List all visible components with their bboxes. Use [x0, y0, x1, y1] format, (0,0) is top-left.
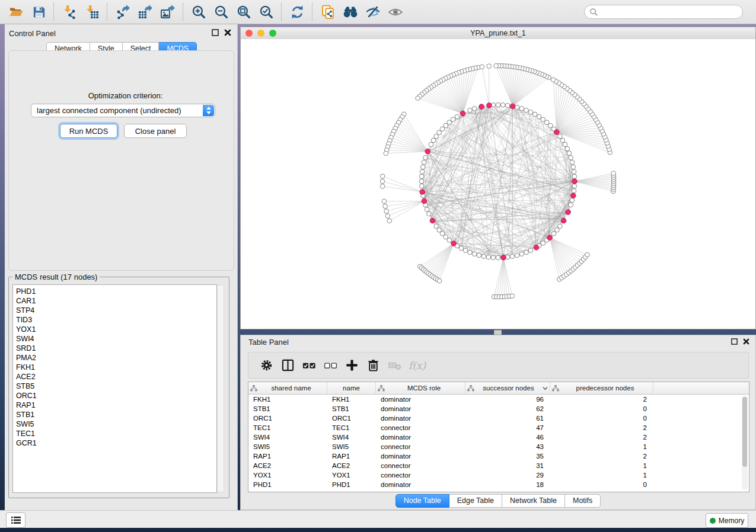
- mcds-hub-node[interactable]: [510, 104, 515, 109]
- ring-node[interactable]: [555, 227, 560, 232]
- refresh-icon[interactable]: [287, 2, 307, 21]
- ring-node[interactable]: [505, 103, 510, 108]
- network-canvas[interactable]: [241, 39, 755, 329]
- mcds-hub-node[interactable]: [420, 190, 425, 195]
- table-row[interactable]: SWI4SWI4dominator462: [248, 432, 749, 442]
- deselect-all-icon[interactable]: [320, 355, 341, 376]
- ring-node[interactable]: [463, 248, 468, 253]
- ring-node[interactable]: [425, 207, 429, 212]
- mcds-hub-node[interactable]: [425, 149, 430, 154]
- add-icon[interactable]: [341, 355, 362, 376]
- table-cell[interactable]: PHD1: [327, 480, 376, 489]
- export-network-icon[interactable]: [113, 2, 133, 21]
- mcds-result-item[interactable]: RAP1: [16, 400, 216, 410]
- table-cell[interactable]: STB1: [248, 404, 327, 414]
- mcds-result-item[interactable]: FKH1: [16, 363, 216, 372]
- mcds-result-item[interactable]: CAR1: [16, 296, 216, 306]
- mcds-hub-node[interactable]: [479, 104, 484, 110]
- table-cell[interactable]: 2: [550, 395, 653, 404]
- ring-node[interactable]: [524, 250, 529, 255]
- ring-node[interactable]: [558, 224, 563, 229]
- table-cell[interactable]: 29: [465, 470, 550, 480]
- ring-node[interactable]: [541, 241, 546, 246]
- table-cell[interactable]: 0: [550, 480, 653, 489]
- ring-node[interactable]: [440, 127, 445, 132]
- mcds-result-item[interactable]: GCR1: [16, 438, 216, 448]
- tab-motifs[interactable]: Motifs: [565, 494, 601, 508]
- mcds-hub-node[interactable]: [561, 218, 566, 223]
- ring-node[interactable]: [420, 165, 425, 169]
- table-cell[interactable]: SWI4: [327, 432, 376, 442]
- mcds-result-item[interactable]: PMA2: [16, 353, 216, 363]
- ring-node[interactable]: [419, 184, 424, 188]
- mcds-result-item[interactable]: ACE2: [16, 372, 216, 382]
- leaf-node[interactable]: [611, 171, 616, 176]
- table-cell[interactable]: dominator: [376, 432, 465, 442]
- export-image-icon[interactable]: [158, 2, 178, 21]
- table-cell[interactable]: RAP1: [327, 451, 376, 461]
- search-input[interactable]: [601, 6, 742, 18]
- export-table-icon[interactable]: [135, 2, 155, 21]
- task-history-button[interactable]: [6, 512, 25, 528]
- table-cell[interactable]: ACE2: [248, 461, 327, 470]
- table-cell[interactable]: 2: [550, 432, 653, 442]
- ring-node[interactable]: [468, 250, 473, 255]
- mcds-list-scrollbar[interactable]: [217, 285, 224, 492]
- ring-node[interactable]: [431, 138, 436, 143]
- tab-network-table[interactable]: Network Table: [502, 494, 565, 508]
- zoom-in-icon[interactable]: [189, 2, 209, 21]
- mcds-result-item[interactable]: STB5: [16, 382, 216, 391]
- table-cell[interactable]: STB1: [327, 404, 376, 414]
- eye-icon[interactable]: [385, 2, 406, 21]
- ring-node[interactable]: [570, 198, 575, 203]
- ring-node[interactable]: [472, 252, 477, 257]
- ring-node[interactable]: [524, 108, 529, 113]
- column-header-name[interactable]: name: [327, 382, 376, 394]
- splitter-grip[interactable]: [494, 330, 502, 335]
- mcds-result-list[interactable]: PHD1CAR1STP4TID3YOX1SWI4SRD1PMA2FKH1ACE2…: [12, 284, 217, 493]
- leaf-node[interactable]: [384, 151, 388, 156]
- zoom-selected-icon[interactable]: [256, 2, 276, 21]
- table-row[interactable]: SWI5SWI5connector431: [248, 442, 749, 451]
- leaf-node[interactable]: [380, 174, 385, 179]
- zoom-fit-icon[interactable]: [234, 2, 254, 21]
- ring-node[interactable]: [496, 102, 500, 107]
- ring-node[interactable]: [558, 134, 563, 139]
- mcds-result-item[interactable]: SWI5: [16, 419, 216, 429]
- ring-node[interactable]: [491, 255, 496, 260]
- zoom-out-icon[interactable]: [211, 2, 231, 21]
- ring-node[interactable]: [451, 117, 455, 122]
- close-icon[interactable]: [743, 338, 749, 345]
- ring-node[interactable]: [565, 146, 570, 151]
- binoculars-icon[interactable]: [340, 2, 361, 21]
- mcds-result-item[interactable]: STB1: [16, 410, 216, 419]
- table-cell[interactable]: dominator: [376, 395, 465, 404]
- save-icon[interactable]: [28, 2, 49, 21]
- ring-node[interactable]: [569, 203, 573, 207]
- table-cell[interactable]: YOX1: [248, 470, 327, 480]
- ring-node[interactable]: [500, 102, 505, 107]
- leaf-node[interactable]: [384, 209, 389, 214]
- mcds-result-item[interactable]: SRD1: [16, 344, 216, 353]
- table-cell[interactable]: connector: [376, 423, 465, 432]
- ring-node[interactable]: [548, 123, 553, 128]
- ring-node[interactable]: [419, 174, 424, 179]
- ring-node[interactable]: [519, 252, 524, 257]
- mcds-result-item[interactable]: TID3: [16, 315, 216, 325]
- column-header-successor-nodes[interactable]: successor nodes: [465, 382, 550, 394]
- mcds-hub-node[interactable]: [501, 255, 506, 260]
- ring-node[interactable]: [426, 211, 431, 216]
- details-toggle-icon[interactable]: [363, 2, 383, 21]
- ring-node[interactable]: [570, 160, 575, 165]
- mcds-hub-node[interactable]: [554, 130, 560, 135]
- sort-desc-icon[interactable]: [543, 386, 548, 390]
- mcds-result-item[interactable]: PHD1: [16, 287, 216, 296]
- table-row[interactable]: RAP1RAP1dominator352: [248, 451, 749, 461]
- ring-node[interactable]: [572, 184, 577, 188]
- table-cell[interactable]: FKH1: [248, 395, 327, 404]
- table-cell[interactable]: dominator: [376, 414, 465, 423]
- ring-node[interactable]: [440, 232, 445, 236]
- memory-button[interactable]: Memory: [706, 513, 748, 528]
- select-all-icon[interactable]: [298, 355, 320, 376]
- table-cell[interactable]: dominator: [376, 480, 465, 489]
